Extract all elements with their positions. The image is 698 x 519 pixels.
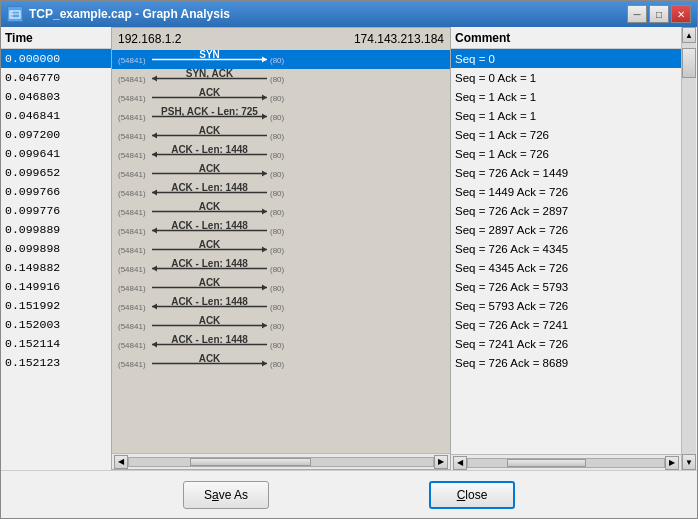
time-item[interactable]: 0.099766 [1,182,111,201]
comment-item[interactable]: Seq = 7241 Ack = 726 [451,334,681,353]
svg-text:ACK - Len: 1448: ACK - Len: 1448 [171,297,248,307]
save-as-button[interactable]: Save As [183,481,269,509]
svg-text:PSH, ACK - Len: 725: PSH, ACK - Len: 725 [161,107,258,117]
time-item[interactable]: 0.152003 [1,315,111,334]
diagram-row[interactable]: (54841)(80)SYN, ACK [112,69,450,88]
svg-text:(80): (80) [270,75,285,84]
svg-marker-41 [152,190,157,196]
comment-item[interactable]: Seq = 2897 Ack = 726 [451,220,681,239]
comment-hscroll-thumb[interactable] [507,459,585,467]
maximize-button[interactable]: □ [649,5,669,23]
vertical-scrollbar[interactable]: ▲ ▼ [681,27,697,470]
svg-marker-81 [152,342,157,348]
comment-hscroll-left-btn[interactable]: ◀ [453,456,467,470]
time-item[interactable]: 0.152123 [1,353,111,372]
comment-item[interactable]: Seq = 0 [451,49,681,68]
diagram-row[interactable]: (54841)(80)ACK - Len: 1448 [112,297,450,316]
diagram-row[interactable]: (54841)(80)PSH, ACK - Len: 725 [112,107,450,126]
title-bar: TCP_example.cap - Graph Analysis ─ □ ✕ [1,1,697,27]
svg-text:ACK: ACK [199,240,221,250]
svg-marker-26 [152,133,157,139]
svg-marker-16 [262,95,267,101]
diagram-wrapper: (54841)(80)SYN(54841)(80)SYN, ACK(54841)… [112,50,450,453]
diagram-row[interactable]: (54841)(80)ACK - Len: 1448 [112,221,450,240]
save-as-underline: a [212,488,219,502]
time-item[interactable]: 0.046803 [1,87,111,106]
diagram-row[interactable]: (54841)(80)ACK [112,240,450,259]
diagram-row[interactable]: (54841)(80)ACK [112,88,450,107]
svg-text:(54841): (54841) [118,151,146,160]
comment-item[interactable]: Seq = 1449 Ack = 726 [451,182,681,201]
comment-hscroll-track [467,458,665,468]
hscroll-thumb[interactable] [190,458,312,466]
hscroll-right-btn[interactable]: ▶ [434,455,448,469]
svg-text:(80): (80) [270,227,285,236]
time-item[interactable]: 0.149882 [1,258,111,277]
svg-text:(80): (80) [270,132,285,141]
comment-item[interactable]: Seq = 1 Ack = 726 [451,144,681,163]
vscroll-thumb[interactable] [682,48,696,78]
vscroll-down-btn[interactable]: ▼ [682,454,696,470]
comment-item[interactable]: Seq = 5793 Ack = 726 [451,296,681,315]
close-button[interactable]: Close [429,481,515,509]
time-item[interactable]: 0.152114 [1,334,111,353]
comment-item[interactable]: Seq = 4345 Ack = 726 [451,258,681,277]
svg-text:ACK: ACK [199,88,221,98]
comment-item[interactable]: Seq = 726 Ack = 8689 [451,353,681,372]
svg-marker-76 [262,323,267,329]
comment-hscrollbar[interactable]: ◀ ▶ [451,454,681,470]
time-item[interactable]: 0.099641 [1,144,111,163]
diagram-row[interactable]: (54841)(80)ACK [112,202,450,221]
diagram-hscrollbar[interactable]: ◀ ▶ [112,453,450,469]
comment-hscroll-right-btn[interactable]: ▶ [665,456,679,470]
svg-text:ACK: ACK [199,316,221,326]
comment-item[interactable]: Seq = 0 Ack = 1 [451,68,681,87]
svg-text:(54841): (54841) [118,208,146,217]
svg-text:(80): (80) [270,303,285,312]
svg-text:(54841): (54841) [118,189,146,198]
time-item[interactable]: 0.046841 [1,106,111,125]
time-item[interactable]: 0.099776 [1,201,111,220]
svg-text:ACK - Len: 1448: ACK - Len: 1448 [171,259,248,269]
time-item[interactable]: 0.151992 [1,296,111,315]
minimize-button[interactable]: ─ [627,5,647,23]
diagram-row[interactable]: (54841)(80)ACK - Len: 1448 [112,183,450,202]
diagram-row[interactable]: (54841)(80)ACK [112,316,450,335]
comment-item[interactable]: Seq = 1 Ack = 1 [451,106,681,125]
comment-item[interactable]: Seq = 726 Ack = 5793 [451,277,681,296]
diagram-row[interactable]: (54841)(80)SYN [112,50,450,69]
svg-text:(54841): (54841) [118,246,146,255]
comment-item[interactable]: Seq = 1 Ack = 1 [451,87,681,106]
time-item[interactable]: 0.097200 [1,125,111,144]
svg-marker-71 [152,304,157,310]
time-item[interactable]: 0.099652 [1,163,111,182]
svg-text:(54841): (54841) [118,94,146,103]
comment-item[interactable]: Seq = 726 Ack = 2897 [451,201,681,220]
time-item[interactable]: 0.046770 [1,68,111,87]
window-close-button[interactable]: ✕ [671,5,691,23]
diagram-row[interactable]: (54841)(80)ACK - Len: 1448 [112,335,450,354]
diagram-row[interactable]: (54841)(80)ACK - Len: 1448 [112,145,450,164]
time-item[interactable]: 0.000000 [1,49,111,68]
vscroll-up-btn[interactable]: ▲ [682,27,696,43]
comment-item[interactable]: Seq = 726 Ack = 4345 [451,239,681,258]
diagram-row[interactable]: (54841)(80)ACK [112,164,450,183]
diagram-row[interactable]: (54841)(80)ACK [112,278,450,297]
comment-panel: Comment Seq = 0Seq = 0 Ack = 1Seq = 1 Ac… [451,27,681,470]
comment-list: Seq = 0Seq = 0 Ack = 1Seq = 1 Ack = 1Seq… [451,49,681,454]
main-window: TCP_example.cap - Graph Analysis ─ □ ✕ T… [0,0,698,519]
diagram-row[interactable]: (54841)(80)ACK [112,354,450,373]
comment-item[interactable]: Seq = 1 Ack = 726 [451,125,681,144]
time-item[interactable]: 0.099898 [1,239,111,258]
diagram-row[interactable]: (54841)(80)ACK [112,126,450,145]
svg-marker-6 [262,57,267,63]
comment-item[interactable]: Seq = 726 Ack = 1449 [451,163,681,182]
hscroll-left-btn[interactable]: ◀ [114,455,128,469]
time-item[interactable]: 0.099889 [1,220,111,239]
hscroll-track [128,457,434,467]
comment-column-header: Comment [451,27,681,49]
comment-item[interactable]: Seq = 726 Ack = 7241 [451,315,681,334]
time-item[interactable]: 0.149916 [1,277,111,296]
svg-text:ACK - Len: 1448: ACK - Len: 1448 [171,145,248,155]
diagram-row[interactable]: (54841)(80)ACK - Len: 1448 [112,259,450,278]
